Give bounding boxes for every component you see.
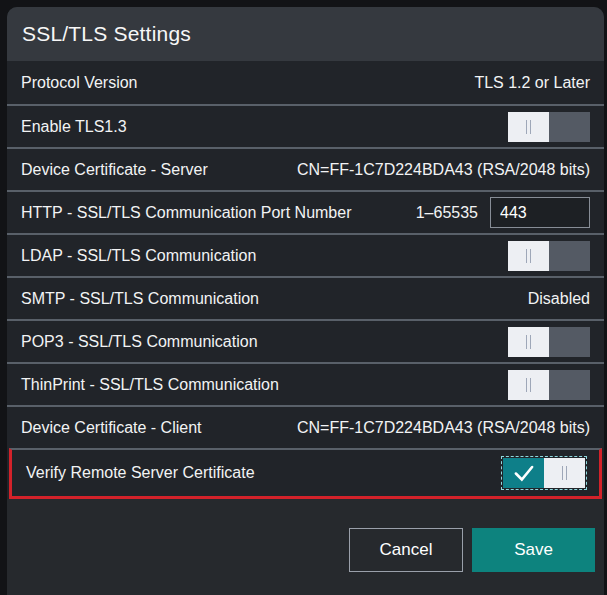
row-ldap: LDAP - SSL/TLS Communication [7, 233, 604, 276]
dialog-titlebar: SSL/TLS Settings [7, 7, 604, 61]
http-port-input[interactable] [490, 197, 590, 228]
row-protocol-version: Protocol Version TLS 1.2 or Later [7, 61, 604, 104]
row-device-cert-server: Device Certificate - Server CN=FF-1C7D22… [7, 147, 604, 190]
toggle-knob [544, 458, 585, 488]
device-cert-server-value: CN=FF-1C7D224BDA43 (RSA/2048 bits) [297, 161, 590, 179]
verify-remote-cert-label: Verify Remote Server Certificate [26, 464, 255, 482]
protocol-version-label: Protocol Version [21, 74, 138, 92]
grip-icon [526, 249, 531, 263]
grip-icon [526, 335, 531, 349]
ldap-toggle[interactable] [508, 241, 590, 271]
toggle-knob [508, 112, 549, 142]
toggle-knob [508, 370, 549, 400]
toggle-track [549, 327, 590, 357]
http-port-range: 1–65535 [416, 204, 478, 222]
row-pop3: POP3 - SSL/TLS Communication [7, 319, 604, 362]
smtp-label: SMTP - SSL/TLS Communication [21, 290, 259, 308]
ssl-tls-settings-dialog: SSL/TLS Settings Protocol Version TLS 1.… [7, 7, 604, 595]
grip-icon [526, 378, 531, 392]
device-cert-client-label: Device Certificate - Client [21, 419, 202, 437]
thinprint-label: ThinPrint - SSL/TLS Communication [21, 376, 279, 394]
toggle-track-on [503, 458, 544, 488]
dialog-footer: Cancel Save [7, 499, 604, 595]
checkmark-icon [511, 460, 537, 486]
protocol-version-value: TLS 1.2 or Later [474, 74, 590, 92]
cancel-button[interactable]: Cancel [349, 528, 463, 572]
row-enable-tls13: Enable TLS1.3 [7, 104, 604, 147]
toggle-track [549, 370, 590, 400]
toggle-knob [508, 327, 549, 357]
enable-tls13-toggle[interactable] [508, 112, 590, 142]
toggle-track [549, 241, 590, 271]
toggle-knob [508, 241, 549, 271]
verify-remote-cert-toggle[interactable] [503, 458, 585, 488]
grip-icon [562, 466, 567, 480]
dialog-title: SSL/TLS Settings [22, 22, 191, 46]
row-device-cert-client: Device Certificate - Client CN=FF-1C7D22… [7, 405, 604, 448]
http-port-group: 1–65535 [416, 197, 590, 228]
device-cert-server-label: Device Certificate - Server [21, 161, 208, 179]
save-button[interactable]: Save [472, 528, 595, 572]
pop3-toggle[interactable] [508, 327, 590, 357]
pop3-label: POP3 - SSL/TLS Communication [21, 333, 258, 351]
row-smtp: SMTP - SSL/TLS Communication Disabled [7, 276, 604, 319]
row-verify-remote-cert: Verify Remote Server Certificate [9, 448, 602, 499]
grip-icon [526, 120, 531, 134]
http-port-label: HTTP - SSL/TLS Communication Port Number [21, 204, 351, 222]
ldap-label: LDAP - SSL/TLS Communication [21, 247, 256, 265]
toggle-track [549, 112, 590, 142]
row-http-port: HTTP - SSL/TLS Communication Port Number… [7, 190, 604, 233]
thinprint-toggle[interactable] [508, 370, 590, 400]
device-cert-client-value: CN=FF-1C7D224BDA43 (RSA/2048 bits) [297, 419, 590, 437]
smtp-value: Disabled [528, 290, 590, 308]
enable-tls13-label: Enable TLS1.3 [21, 118, 127, 136]
row-thinprint: ThinPrint - SSL/TLS Communication [7, 362, 604, 405]
